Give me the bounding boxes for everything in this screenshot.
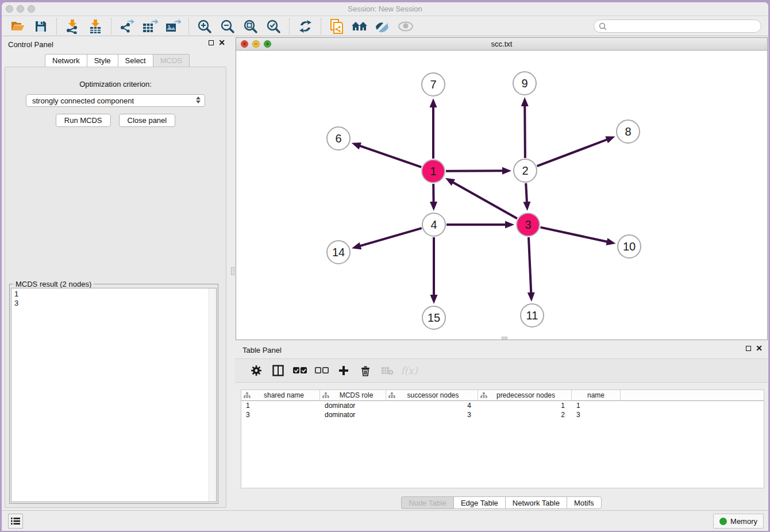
edge-1-4[interactable] xyxy=(430,184,437,211)
import-network-icon[interactable] xyxy=(61,18,84,35)
edge-4-3[interactable] xyxy=(446,221,514,229)
column-header-MCDS-role[interactable]: MCDS role xyxy=(320,390,386,400)
create-column-icon[interactable] xyxy=(333,361,355,380)
import-table-icon[interactable] xyxy=(84,18,107,35)
save-session-icon[interactable] xyxy=(29,18,52,35)
network-node-6[interactable]: 6 xyxy=(326,126,351,151)
edges-layer xyxy=(236,51,767,340)
column-header-shared-name[interactable]: shared name xyxy=(241,390,320,400)
table-cell[interactable]: 3 xyxy=(572,411,621,419)
network-node-1[interactable]: 1 xyxy=(421,159,445,183)
hide-panels-icon[interactable] xyxy=(371,18,394,35)
optimization-criterion-label: Optimization criterion: xyxy=(5,80,226,88)
duplicate-network-icon[interactable] xyxy=(325,18,348,35)
table-header-row: shared nameMCDS rolesuccessor nodesprede… xyxy=(241,390,764,401)
edge-2-3[interactable] xyxy=(523,183,530,211)
dropdown-arrows-icon xyxy=(196,97,201,103)
network-node-2[interactable]: 2 xyxy=(513,159,537,183)
close-panel-icon[interactable]: ✕ xyxy=(218,40,225,45)
tab-network[interactable]: Network xyxy=(45,54,87,68)
table-cell[interactable]: 3 xyxy=(386,411,478,419)
table-cell[interactable]: dominator xyxy=(320,411,386,419)
export-image-icon[interactable] xyxy=(161,18,184,35)
close-panel-button[interactable]: Close panel xyxy=(119,114,176,127)
memory-button[interactable]: Memory xyxy=(713,514,764,529)
table-cell[interactable]: 2 xyxy=(478,411,572,419)
tab-style[interactable]: Style xyxy=(87,54,118,68)
home-layout-icon[interactable] xyxy=(348,18,371,35)
tab-select[interactable]: Select xyxy=(118,54,153,68)
tab-network-table[interactable]: Network Table xyxy=(505,496,567,509)
export-table-icon[interactable] xyxy=(138,18,161,35)
zoom-fit-icon[interactable] xyxy=(239,18,262,35)
network-node-7[interactable]: 7 xyxy=(421,72,445,97)
edge-3-11[interactable] xyxy=(528,237,535,302)
network-canvas[interactable]: 7968124314101511 xyxy=(236,51,767,340)
edge-2-8[interactable] xyxy=(537,136,615,166)
column-header-successor-nodes[interactable]: successor nodes xyxy=(386,390,478,400)
toolbar-separator xyxy=(321,18,321,34)
table-row[interactable]: 1dominator411 xyxy=(241,401,764,410)
table-row[interactable]: 3dominator323 xyxy=(241,410,764,419)
fx-label: f(x) xyxy=(401,365,417,376)
edge-1-7[interactable] xyxy=(430,98,437,159)
network-node-14[interactable]: 14 xyxy=(326,240,351,264)
edge-3-10[interactable] xyxy=(541,228,616,245)
table-settings-gear-icon[interactable] xyxy=(245,361,267,380)
search-input[interactable] xyxy=(610,22,756,30)
column-header-predecessor-nodes[interactable]: predecessor nodes xyxy=(478,390,572,400)
float-panel-icon[interactable] xyxy=(209,40,214,45)
network-node-9[interactable]: 9 xyxy=(513,71,537,95)
network-node-3[interactable]: 3 xyxy=(516,213,540,237)
zoom-selected-icon[interactable] xyxy=(262,18,285,35)
show-columns-icon[interactable] xyxy=(267,361,289,380)
delete-column-trash-icon[interactable] xyxy=(355,361,376,380)
result-line[interactable]: 1 xyxy=(11,290,216,299)
refresh-network-icon[interactable] xyxy=(294,18,317,35)
table-cell[interactable]: 3 xyxy=(241,411,320,419)
select-all-columns-icon[interactable] xyxy=(289,361,311,380)
memory-label: Memory xyxy=(730,517,757,526)
network-node-15[interactable]: 15 xyxy=(422,306,446,330)
edge-2-9[interactable] xyxy=(521,97,529,158)
column-header-name[interactable]: name xyxy=(572,390,621,400)
tab-mcds[interactable]: MCDS xyxy=(153,54,190,68)
result-line[interactable]: 3 xyxy=(11,299,216,308)
criterion-dropdown[interactable]: strongly connected component xyxy=(26,94,205,107)
mcds-result-title: MCDS result (2 nodes) xyxy=(13,280,94,288)
tab-node-table[interactable]: Node Table xyxy=(401,496,453,509)
result-scrollbar[interactable] xyxy=(209,288,216,502)
table-cell[interactable]: 1 xyxy=(478,402,572,410)
tab-motifs[interactable]: Motifs xyxy=(567,496,602,509)
export-network-icon[interactable] xyxy=(116,18,138,35)
edge-4-14[interactable] xyxy=(352,228,422,249)
zoom-out-icon[interactable] xyxy=(216,18,239,35)
table-cell[interactable]: dominator xyxy=(320,402,386,410)
edge-1-6[interactable] xyxy=(352,142,422,167)
network-node-4[interactable]: 4 xyxy=(422,213,446,237)
float-table-panel-icon[interactable] xyxy=(746,346,751,351)
column-type-icon xyxy=(480,392,487,398)
table-cell[interactable]: 1 xyxy=(241,402,320,410)
unselect-all-columns-icon[interactable] xyxy=(311,361,333,380)
tab-edge-table[interactable]: Edge Table xyxy=(453,496,505,509)
network-node-8[interactable]: 8 xyxy=(616,119,640,144)
task-history-button[interactable] xyxy=(8,514,23,529)
mcds-result-list[interactable]: 13 xyxy=(11,288,217,502)
network-node-11[interactable]: 11 xyxy=(520,303,544,327)
column-type-icon xyxy=(388,392,395,398)
run-mcds-button[interactable]: Run MCDS xyxy=(56,114,111,127)
edge-3-1[interactable] xyxy=(445,178,517,218)
open-session-icon[interactable] xyxy=(6,18,29,35)
delete-table-icon xyxy=(376,361,398,380)
search-box[interactable] xyxy=(594,20,761,33)
network-node-10[interactable]: 10 xyxy=(617,234,641,259)
edge-1-2[interactable] xyxy=(446,167,511,175)
table-cell[interactable]: 4 xyxy=(386,402,478,410)
zoom-in-icon[interactable] xyxy=(193,18,216,35)
network-resize-grip[interactable] xyxy=(502,337,507,340)
network-window-titlebar[interactable]: × − + scc.txt xyxy=(236,38,767,51)
edge-4-15[interactable] xyxy=(430,237,438,304)
close-table-panel-icon[interactable]: ✕ xyxy=(756,346,763,351)
table-cell[interactable]: 1 xyxy=(572,402,621,410)
